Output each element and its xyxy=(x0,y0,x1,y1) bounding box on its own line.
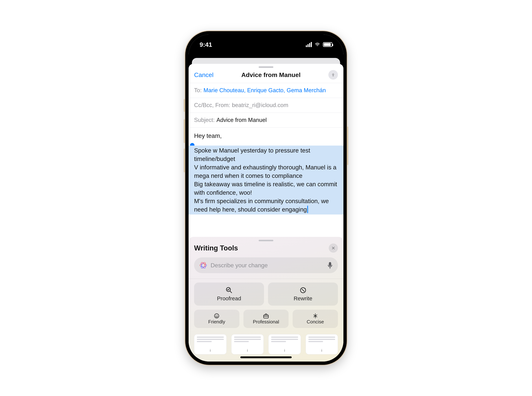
dynamic-island xyxy=(242,40,290,52)
wifi-icon xyxy=(314,42,320,47)
prompt-placeholder: Describe your change xyxy=(211,262,324,269)
subject-label: Subject: xyxy=(194,117,215,123)
subject-field[interactable]: Subject: Advice from Manuel xyxy=(189,113,343,128)
template-card[interactable]: ↓ xyxy=(268,334,301,354)
proofread-label: Proofread xyxy=(217,295,241,302)
concise-button[interactable]: Concise xyxy=(293,310,338,328)
selected-text[interactable]: Spoke w Manuel yesterday to pressure tes… xyxy=(189,146,343,215)
writing-tools-title: Writing Tools xyxy=(194,244,238,252)
ccbcc-from-label: Cc/Bcc, From: xyxy=(194,102,230,109)
status-time: 9:41 xyxy=(200,41,212,48)
close-icon xyxy=(331,246,335,250)
template-card[interactable]: ↓ xyxy=(306,334,338,354)
to-label: To: xyxy=(194,87,202,94)
prompt-input[interactable]: Describe your change xyxy=(194,257,338,273)
concise-icon xyxy=(313,313,318,319)
phone-screen: 9:41 Cancel Advice from Manuel xyxy=(189,35,343,361)
rewrite-icon xyxy=(299,286,307,294)
concise-label: Concise xyxy=(307,319,324,325)
rewrite-button[interactable]: Rewrite xyxy=(268,283,338,306)
svg-rect-9 xyxy=(264,315,268,318)
microphone-icon[interactable] xyxy=(327,262,333,269)
to-recipients[interactable]: Marie Chouteau, Enrique Gacto, Gema Merc… xyxy=(203,87,326,94)
download-icon: ↓ xyxy=(209,348,211,352)
professional-label: Professional xyxy=(253,319,279,325)
home-indicator[interactable] xyxy=(240,356,292,358)
subject-value: Advice from Manuel xyxy=(216,117,267,123)
apple-intelligence-icon xyxy=(199,261,207,269)
volume-up-button xyxy=(184,119,185,143)
friendly-label: Friendly xyxy=(208,319,225,325)
compose-sheet: Cancel Advice from Manuel To: Marie Chou… xyxy=(189,64,343,361)
power-button xyxy=(347,127,348,165)
status-bar: 9:41 xyxy=(189,35,343,57)
sheet-grabber[interactable] xyxy=(259,66,273,68)
to-field[interactable]: To: Marie Chouteau, Enrique Gacto, Gema … xyxy=(189,83,343,98)
cancel-button[interactable]: Cancel xyxy=(194,71,213,78)
selection-end-handle[interactable] xyxy=(307,206,308,213)
rewrite-label: Rewrite xyxy=(294,295,313,302)
arrow-up-icon xyxy=(331,72,336,77)
svg-rect-3 xyxy=(329,262,331,266)
briefcase-icon xyxy=(263,313,269,319)
download-icon: ↓ xyxy=(321,348,323,352)
cellular-icon xyxy=(306,42,312,47)
template-card[interactable]: ↓ xyxy=(231,334,264,354)
template-card[interactable]: ↓ xyxy=(194,334,227,354)
battery-icon xyxy=(323,42,332,47)
svg-point-7 xyxy=(216,315,216,316)
from-address: beatriz_ri@icloud.com xyxy=(232,102,288,109)
volume-down-button xyxy=(184,149,185,172)
magnifier-check-icon xyxy=(225,286,233,294)
mute-switch xyxy=(184,99,185,112)
download-icon: ↓ xyxy=(284,348,286,352)
friendly-button[interactable]: Friendly xyxy=(194,310,239,328)
selected-body-text: Spoke w Manuel yesterday to pressure tes… xyxy=(194,147,337,213)
ccbcc-from-field[interactable]: Cc/Bcc, From: beatriz_ri@icloud.com xyxy=(189,98,343,113)
download-icon: ↓ xyxy=(246,348,248,352)
svg-point-6 xyxy=(214,314,219,318)
writing-tools-panel: Writing Tools xyxy=(189,237,343,361)
close-button[interactable] xyxy=(329,244,338,253)
proofread-button[interactable]: Proofread xyxy=(194,283,264,306)
svg-point-8 xyxy=(217,315,218,316)
smile-icon xyxy=(214,313,219,319)
body-greeting: Hey team, xyxy=(194,132,338,140)
compose-title: Advice from Manuel xyxy=(241,71,301,78)
phone-frame: 9:41 Cancel Advice from Manuel xyxy=(185,31,347,365)
professional-button[interactable]: Professional xyxy=(243,310,289,328)
panel-grabber[interactable] xyxy=(259,240,273,241)
send-button[interactable] xyxy=(328,70,338,80)
